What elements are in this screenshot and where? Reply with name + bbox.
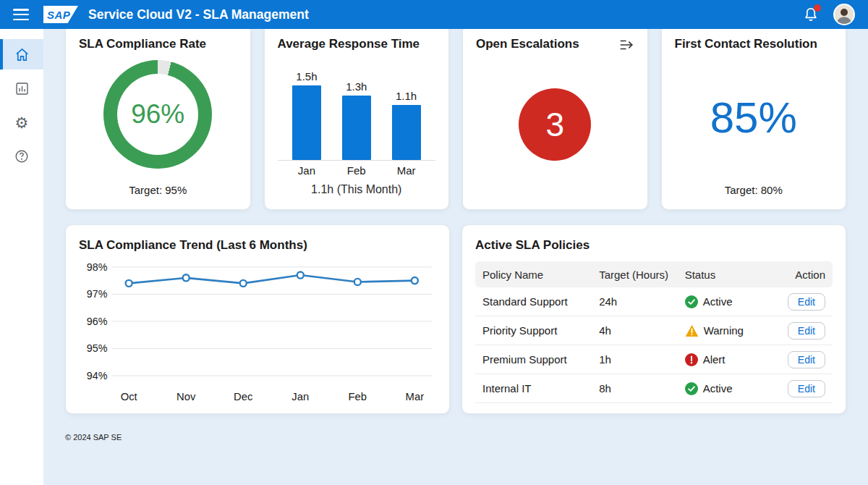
notification-badge	[814, 4, 821, 12]
policy-action: Edit	[774, 351, 825, 368]
trend-data-point-jan	[297, 272, 304, 279]
trend-data-point-nov	[183, 274, 190, 281]
policy-row-3: Premium Support1hAlertEdit	[475, 345, 833, 374]
compliance-trend-card: SLA Compliance Trend (Last 6 Months) 98%…	[65, 224, 450, 414]
svg-text:95%: 95%	[87, 342, 108, 354]
compliance-value: 96%	[131, 99, 184, 130]
bar	[342, 96, 371, 160]
sidebar-item-help[interactable]	[0, 141, 43, 172]
card-title-response: Average Response Time	[278, 37, 436, 51]
card-title-compliance: SLA Compliance Rate	[79, 37, 237, 51]
policy-target: 4h	[599, 324, 685, 337]
bar-chart-categories: JanFebMar	[278, 164, 436, 177]
sidebar-item-settings[interactable]: ⚙	[0, 107, 43, 138]
user-avatar[interactable]	[833, 4, 855, 25]
notifications-bell-icon[interactable]	[801, 5, 820, 24]
status-warning-icon	[685, 324, 699, 337]
bar-column-feb: 1.3h	[338, 80, 375, 160]
svg-text:96%: 96%	[87, 316, 108, 327]
open-escalations-card: Open Escalations 3	[462, 23, 648, 210]
bar-category-label: Jan	[288, 164, 326, 177]
policies-table: Policy Name Target (Hours) Status Action…	[475, 261, 833, 403]
policy-status: Warning	[685, 324, 774, 337]
bar	[292, 85, 321, 160]
policy-status-label: Active	[703, 295, 733, 308]
bar-column-mar: 1.1h	[388, 90, 425, 160]
copyright-text: © 2024 SAP SE	[65, 433, 846, 449]
status-alert-icon	[685, 353, 698, 366]
policy-action: Edit	[774, 293, 825, 311]
svg-text:Mar: Mar	[406, 391, 425, 402]
compliance-target: Target: 95%	[129, 184, 187, 196]
policy-status: Alert	[685, 353, 774, 366]
home-icon	[14, 46, 30, 63]
trend-data-point-dec	[240, 280, 247, 287]
svg-text:97%: 97%	[87, 288, 108, 300]
top-bar: SAP Service Cloud V2 - SLA Management	[0, 0, 868, 29]
policy-target: 1h	[599, 353, 685, 366]
bar-value-label: 1.5h	[296, 70, 317, 83]
bar	[392, 105, 421, 160]
first-contact-resolution-card: First Contact Resolution 85% Target: 80%	[661, 23, 847, 210]
gear-icon: ⚙	[15, 115, 29, 130]
sidebar-item-home[interactable]	[0, 39, 43, 69]
edit-button[interactable]: Edit	[788, 380, 825, 397]
response-time-bar-chart: 1.5h1.3h1.1h	[278, 51, 436, 161]
sla-compliance-card: SLA Compliance Rate 96% Target: 95%	[65, 23, 251, 210]
policy-row-4: Internal IT8hActiveEdit	[475, 374, 833, 403]
sidebar-nav: ⚙	[0, 29, 43, 485]
bar-value-label: 1.1h	[396, 90, 417, 102]
fcr-value: 85%	[710, 51, 797, 184]
goto-list-icon[interactable]	[618, 37, 634, 53]
policy-name: Premium Support	[482, 353, 599, 366]
fcr-target: Target: 80%	[725, 184, 783, 196]
bar-value-label: 1.3h	[346, 80, 367, 93]
policy-action: Edit	[774, 322, 825, 340]
status-active-icon	[685, 382, 698, 395]
trend-data-point-mar	[412, 277, 418, 284]
col-header-target: Target (Hours)	[599, 269, 685, 281]
card-title-fcr: First Contact Resolution	[675, 37, 833, 51]
menu-icon[interactable]	[13, 9, 29, 20]
policy-name: Internal IT	[482, 382, 599, 395]
bar-column-jan: 1.5h	[288, 70, 326, 160]
svg-text:Feb: Feb	[349, 391, 367, 402]
svg-text:94%: 94%	[87, 370, 108, 381]
sap-logo-text: SAP	[47, 9, 70, 21]
app-title: Service Cloud V2 - SLA Management	[88, 7, 309, 22]
trend-data-point-feb	[354, 279, 361, 285]
col-header-status: Status	[685, 269, 774, 281]
main-content: SLA Compliance Rate 96% Target: 95% Aver…	[43, 0, 868, 449]
compliance-trend-line-chart: 98%97%96%95%94%OctNovDecJanFebMar	[79, 257, 436, 406]
card-title-escalations: Open Escalations	[476, 37, 579, 51]
policy-name: Standard Support	[482, 295, 599, 308]
svg-text:Nov: Nov	[176, 391, 196, 402]
trend-data-point-oct	[126, 280, 132, 287]
policy-status: Active	[685, 295, 774, 308]
policy-action: Edit	[774, 380, 825, 397]
response-time-card: Average Response Time 1.5h1.3h1.1h JanFe…	[264, 23, 450, 210]
policy-target: 8h	[599, 382, 685, 395]
escalations-count-badge: 3	[519, 88, 591, 161]
policies-table-header: Policy Name Target (Hours) Status Action	[475, 261, 833, 287]
policy-row-1: Standard Support24hActiveEdit	[475, 287, 833, 316]
svg-text:98%: 98%	[87, 261, 108, 273]
policy-status-label: Warning	[704, 324, 744, 337]
edit-button[interactable]: Edit	[788, 322, 825, 340]
edit-button[interactable]: Edit	[788, 351, 825, 368]
response-time-footer: 1.1h (This Month)	[278, 183, 436, 196]
sap-logo: SAP	[43, 6, 78, 23]
svg-text:Jan: Jan	[292, 391, 309, 402]
sidebar-item-analytics[interactable]	[0, 73, 43, 104]
bar-category-label: Feb	[338, 164, 375, 177]
policy-status-label: Active	[703, 382, 733, 395]
trend-title: SLA Compliance Trend (Last 6 Months)	[79, 238, 436, 253]
col-header-action: Action	[774, 269, 825, 281]
escalations-count: 3	[545, 105, 564, 144]
bar-category-label: Mar	[388, 164, 425, 177]
svg-text:Oct: Oct	[121, 391, 137, 402]
status-active-icon	[685, 295, 698, 308]
svg-text:Dec: Dec	[234, 391, 253, 402]
policy-status-label: Alert	[703, 353, 726, 366]
edit-button[interactable]: Edit	[788, 293, 825, 311]
